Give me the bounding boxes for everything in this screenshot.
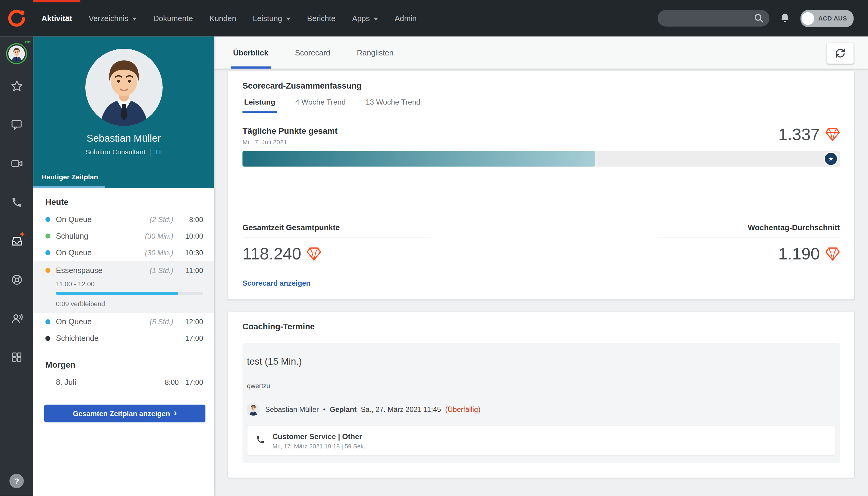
coaching-appointment[interactable]: test (15 Min.) qwertzu Sebastian Müller … (242, 343, 840, 463)
nav-item-label: Admin (394, 14, 417, 22)
status-dot (46, 217, 51, 222)
appointment-meta-text: Sebastian Müller • Geplant Sa., 27. März… (265, 405, 483, 414)
status-dot (46, 336, 51, 341)
coaching-card: Coaching-Termine test (15 Min.) qwertzu … (228, 312, 854, 478)
profile-panel: Sebastian Müller Solution Consultant IT … (33, 36, 214, 496)
nav-item-label: Kunden (210, 14, 236, 22)
video-camera-icon[interactable] (0, 144, 33, 183)
interaction-card[interactable]: Customer Service | Other Mi., 17. März 2… (247, 425, 835, 455)
gem-icon (825, 247, 840, 261)
meta-separator: • (323, 405, 326, 414)
show-full-schedule-button[interactable]: Gesamten Zeitplan anzeigen › (44, 405, 205, 422)
main-tab-bar: Überblick Scorecard Ranglisten (214, 36, 868, 69)
tomorrow-time: 8:00 - 17:00 (165, 378, 203, 386)
interaction-text: Customer Service | Other Mi., 17. März 2… (273, 432, 365, 449)
daily-points-label: Tägliche Punkte gesamt (242, 126, 337, 136)
apps-grid-icon[interactable] (0, 338, 33, 376)
refresh-button[interactable] (827, 43, 854, 64)
nav-item-apps[interactable]: Apps (344, 0, 386, 36)
nav-item-leistung[interactable]: Leistung (245, 0, 299, 36)
phone-calls-icon[interactable] (0, 183, 33, 221)
app-root: AktivitätVerzeichnisDokumenteKundenLeist… (0, 0, 868, 496)
nav-item-berichte[interactable]: Berichte (299, 0, 344, 36)
activity-label: On Queue (56, 248, 92, 257)
tab-heutiger-zeitplan[interactable]: Heutiger Zeitplan (42, 173, 98, 181)
tab-scorecard[interactable]: Scorecard (293, 36, 332, 69)
activity-label: Schulung (56, 231, 88, 240)
overdue-flag: (Überfällig) (445, 405, 480, 414)
topbar-right: ACD AUS (657, 0, 868, 36)
chat-icon[interactable] (0, 105, 33, 144)
nav-item-kunden[interactable]: Kunden (201, 0, 245, 36)
genesys-logo-icon (7, 9, 26, 27)
appointment-title: test (15 Min.) (247, 356, 835, 368)
schedule-item[interactable]: On Queue(5 Std.)12:00 (44, 313, 203, 330)
tab-ueberblick[interactable]: Überblick (231, 36, 270, 69)
activity-duration: (30 Min.) (145, 232, 173, 240)
tomorrow-date: 8. Juli (56, 377, 76, 386)
lunch-progress-track (56, 292, 203, 295)
schedule-list: On Queue(2 Std.)8:00Schulung(30 Min.)10:… (44, 211, 203, 346)
nav-item-label: Verzeichnis (89, 14, 128, 22)
nav-item-dokumente[interactable]: Dokumente (145, 0, 201, 36)
schedule-item[interactable]: Schulung(30 Min.)10:00 (44, 228, 203, 244)
nav-item-admin[interactable]: Admin (386, 0, 425, 36)
tab-leistung[interactable]: Leistung (242, 98, 277, 113)
profile-name: Sebastian Müller (33, 133, 214, 145)
total-points-number: 118.240 (242, 246, 301, 262)
attendee-avatar (247, 403, 260, 416)
nav-item-verzeichnis[interactable]: Verzeichnis (80, 0, 145, 36)
nav-item-label: Leistung (253, 14, 282, 22)
nav-item-label: Berichte (307, 14, 336, 22)
nav-item-label: Aktivität (42, 14, 72, 22)
status-dot (46, 250, 51, 255)
appointment-meta: Sebastian Müller • Geplant Sa., 27. März… (247, 403, 835, 416)
daily-progress-fill (242, 151, 595, 166)
tab-underline (33, 186, 105, 188)
nav-item-label: Dokumente (153, 14, 192, 22)
gem-icon (307, 247, 321, 261)
agent-speaking-icon[interactable] (0, 299, 33, 338)
planned-label: Geplant (330, 405, 357, 414)
tab-4-woche-trend[interactable]: 4 Woche Trend (294, 98, 347, 113)
top-navbar: AktivitätVerzeichnisDokumenteKundenLeist… (0, 0, 868, 36)
activity-time: 12:00 (173, 317, 203, 326)
gem-icon (825, 128, 840, 141)
schedule-item[interactable]: On Queue(30 Min.)10:30 (44, 244, 203, 261)
tab-ranglisten[interactable]: Ranglisten (355, 36, 396, 69)
primary-nav: AktivitätVerzeichnisDokumenteKundenLeist… (33, 0, 425, 36)
acd-toggle[interactable]: ACD AUS (801, 10, 854, 27)
activity-label: Essenspause (56, 266, 103, 275)
user-avatar-image (9, 46, 25, 62)
activity-label: On Queue (56, 215, 92, 223)
favorites-star-icon[interactable] (0, 66, 33, 105)
appointment-description: qwertzu (247, 382, 835, 390)
schedule-item[interactable]: Essenspause(1 Std.)11:0011:00 - 12:000:0… (33, 261, 214, 313)
interactions-inbox-icon[interactable] (0, 221, 33, 260)
profile-department: IT (156, 148, 162, 156)
profile-role-title: Solution Consultant (85, 148, 145, 156)
schedule-item[interactable]: On Queue(2 Std.)8:00 (44, 211, 203, 228)
chevron-down-icon (374, 17, 378, 20)
refresh-icon (834, 47, 846, 59)
help-icon[interactable]: ? (9, 474, 24, 488)
search-input[interactable] (657, 10, 770, 27)
nav-item-aktivit-t[interactable]: Aktivität (33, 0, 80, 36)
daily-points-date: Mi., 7. Juli 2021 (242, 139, 337, 145)
star-badge: ★ (824, 152, 838, 166)
tomorrow-row: 8. Juli 8:00 - 17:00 (44, 374, 203, 390)
genesys-logo[interactable] (0, 0, 33, 36)
schedule-item[interactable]: Schichtende17:00 (44, 330, 203, 346)
weekday-average-block: Wochentag-Durchschnitt 1.190 (657, 223, 840, 262)
main-content: Überblick Scorecard Ranglisten Scorecard… (214, 36, 868, 496)
main-scroll-area: Scorecard-Zusammenfassung Leistung 4 Woc… (214, 69, 868, 496)
life-ring-icon[interactable] (0, 260, 33, 299)
total-points-block: Gesamtzeit Gesamtpunkte 118.240 (242, 223, 430, 262)
notifications-bell-icon[interactable] (779, 13, 791, 24)
user-avatar[interactable]: ”” (6, 43, 27, 64)
acd-toggle-label: ACD AUS (815, 15, 852, 22)
scorecard-link[interactable]: Scorecard anzeigen (242, 279, 840, 288)
daily-points-row: Tägliche Punkte gesamt Mi., 7. Juli 2021… (242, 126, 840, 145)
search-icon[interactable] (754, 13, 765, 26)
tab-13-woche-trend[interactable]: 13 Woche Trend (364, 98, 422, 113)
